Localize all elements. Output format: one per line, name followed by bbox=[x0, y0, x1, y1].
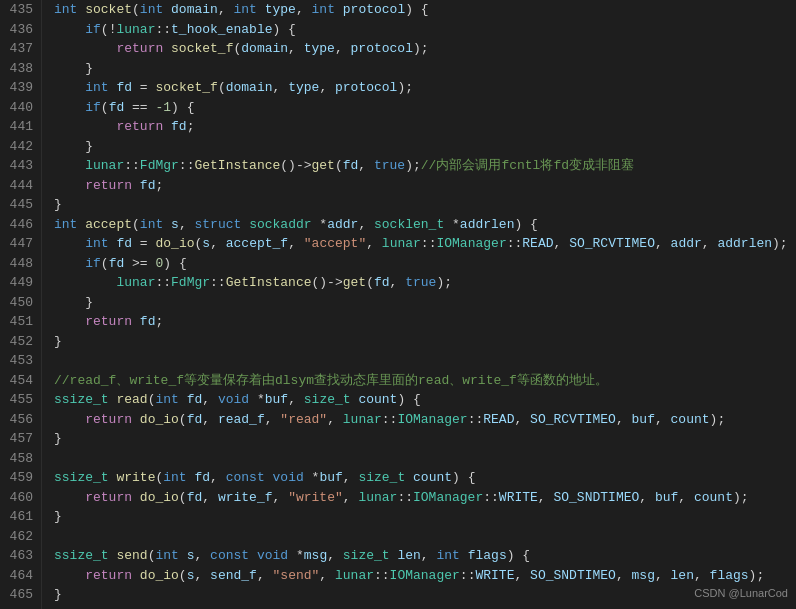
code-line bbox=[54, 351, 796, 371]
code-line: } bbox=[54, 507, 796, 527]
line-number: 451 bbox=[8, 312, 33, 332]
code-line: if(fd == -1) { bbox=[54, 98, 796, 118]
code-line: return socket_f(domain, type, protocol); bbox=[54, 39, 796, 59]
code-line: } bbox=[54, 195, 796, 215]
code-line: return fd; bbox=[54, 312, 796, 332]
watermark: CSDN @LunarCod bbox=[694, 585, 788, 602]
code-line: //read_f、write_f等变量保存着由dlsym查找动态库里面的read… bbox=[54, 371, 796, 391]
line-number: 457 bbox=[8, 429, 33, 449]
code-line bbox=[54, 449, 796, 469]
line-number: 448 bbox=[8, 254, 33, 274]
line-number: 458 bbox=[8, 449, 33, 469]
line-number: 465 bbox=[8, 585, 33, 605]
line-number: 459 bbox=[8, 468, 33, 488]
code-line: if(!lunar::t_hook_enable) { bbox=[54, 20, 796, 40]
code-line bbox=[54, 605, 796, 610]
line-number: 463 bbox=[8, 546, 33, 566]
code-editor: 4354364374384394404414424434444454464474… bbox=[0, 0, 796, 609]
line-number: 462 bbox=[8, 527, 33, 547]
line-number: 456 bbox=[8, 410, 33, 430]
code-line: if(fd >= 0) { bbox=[54, 254, 796, 274]
code-line: int fd = socket_f(domain, type, protocol… bbox=[54, 78, 796, 98]
code-line: lunar::FdMgr::GetInstance()->get(fd, tru… bbox=[54, 273, 796, 293]
line-number: 435 bbox=[8, 0, 33, 20]
line-number: 444 bbox=[8, 176, 33, 196]
line-number: 436 bbox=[8, 20, 33, 40]
line-number: 454 bbox=[8, 371, 33, 391]
code-line: return do_io(fd, write_f, "write", lunar… bbox=[54, 488, 796, 508]
code-line: } bbox=[54, 137, 796, 157]
line-number: 439 bbox=[8, 78, 33, 98]
code-line: return fd; bbox=[54, 176, 796, 196]
line-number: 449 bbox=[8, 273, 33, 293]
code-line bbox=[54, 527, 796, 547]
line-number: 450 bbox=[8, 293, 33, 313]
line-number: 461 bbox=[8, 507, 33, 527]
code-content[interactable]: int socket(int domain, int type, int pro… bbox=[42, 0, 796, 609]
line-numbers: 4354364374384394404414424434444454464474… bbox=[0, 0, 42, 609]
code-line: lunar::FdMgr::GetInstance()->get(fd, tru… bbox=[54, 156, 796, 176]
line-number: 445 bbox=[8, 195, 33, 215]
code-line: } bbox=[54, 332, 796, 352]
code-line: ssize_t send(int s, const void *msg, siz… bbox=[54, 546, 796, 566]
line-number: 455 bbox=[8, 390, 33, 410]
code-line: ssize_t write(int fd, const void *buf, s… bbox=[54, 468, 796, 488]
code-line: } bbox=[54, 59, 796, 79]
line-number: 441 bbox=[8, 117, 33, 137]
line-number: 446 bbox=[8, 215, 33, 235]
code-line: } bbox=[54, 293, 796, 313]
code-line: int fd = do_io(s, accept_f, "accept", lu… bbox=[54, 234, 796, 254]
line-number: 447 bbox=[8, 234, 33, 254]
line-number: 460 bbox=[8, 488, 33, 508]
line-number: 464 bbox=[8, 566, 33, 586]
line-number: 440 bbox=[8, 98, 33, 118]
line-number: 443 bbox=[8, 156, 33, 176]
code-line: int accept(int s, struct sockaddr *addr,… bbox=[54, 215, 796, 235]
code-line: int socket(int domain, int type, int pro… bbox=[54, 0, 796, 20]
code-line: return fd; bbox=[54, 117, 796, 137]
code-line: return do_io(fd, read_f, "read", lunar::… bbox=[54, 410, 796, 430]
code-line: ssize_t read(int fd, void *buf, size_t c… bbox=[54, 390, 796, 410]
code-line: } bbox=[54, 585, 796, 605]
code-line: } bbox=[54, 429, 796, 449]
code-line: return do_io(s, send_f, "send", lunar::I… bbox=[54, 566, 796, 586]
line-number: 452 bbox=[8, 332, 33, 352]
line-number: 466 bbox=[8, 605, 33, 610]
line-number: 453 bbox=[8, 351, 33, 371]
line-number: 437 bbox=[8, 39, 33, 59]
line-number: 442 bbox=[8, 137, 33, 157]
line-number: 438 bbox=[8, 59, 33, 79]
